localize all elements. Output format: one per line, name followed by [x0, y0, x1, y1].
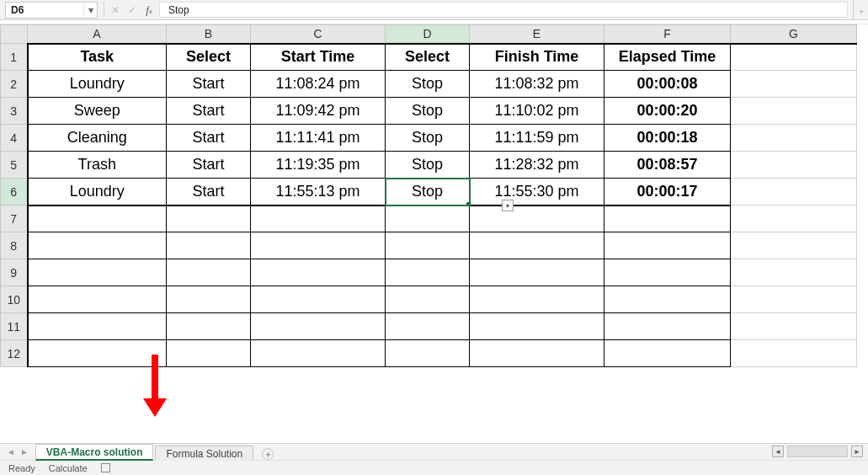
row-header[interactable]: 10: [1, 286, 28, 313]
col-header[interactable]: E: [470, 25, 604, 44]
sheet-tab-active[interactable]: VBA-Macro solution: [35, 444, 154, 461]
cell[interactable]: [470, 340, 604, 367]
cell[interactable]: [251, 232, 386, 259]
cell[interactable]: 00:00:20: [604, 98, 731, 125]
cell[interactable]: Trash: [28, 152, 167, 179]
cell[interactable]: [731, 125, 857, 152]
col-header[interactable]: G: [731, 25, 857, 44]
insert-function-button[interactable]: fx: [141, 0, 157, 19]
cell[interactable]: [731, 205, 857, 232]
cell[interactable]: [167, 259, 251, 286]
cell[interactable]: [28, 286, 167, 313]
macro-record-icon[interactable]: [101, 463, 110, 472]
cell[interactable]: [731, 152, 857, 179]
cell[interactable]: [386, 259, 470, 286]
row-header[interactable]: 7: [1, 205, 28, 232]
tab-prev-icon[interactable]: ◄: [7, 447, 15, 456]
cell[interactable]: [731, 71, 857, 98]
cell[interactable]: 11:11:41 pm: [251, 125, 386, 152]
cell[interactable]: Elapsed Time: [604, 44, 731, 71]
cell[interactable]: [470, 313, 604, 340]
col-header[interactable]: C: [251, 25, 386, 44]
cell[interactable]: [251, 259, 386, 286]
cell[interactable]: [386, 340, 470, 367]
cell[interactable]: 11:55:30 pm: [470, 179, 604, 205]
cell[interactable]: [731, 286, 857, 313]
cell[interactable]: Stop: [386, 152, 470, 179]
cell[interactable]: [28, 340, 167, 367]
cell[interactable]: [167, 286, 251, 313]
formula-input[interactable]: Stop: [159, 2, 848, 18]
cell[interactable]: [167, 205, 251, 232]
cell[interactable]: [604, 340, 731, 367]
cell[interactable]: [731, 98, 857, 125]
cell[interactable]: 00:00:17: [604, 179, 731, 205]
cell[interactable]: [251, 205, 386, 232]
cell[interactable]: [28, 259, 167, 286]
cell[interactable]: [604, 286, 731, 313]
scroll-right-icon[interactable]: ►: [851, 446, 863, 457]
cell[interactable]: Cleaning: [28, 125, 167, 152]
row-header[interactable]: 4: [1, 125, 28, 152]
cell[interactable]: 00:08:57: [604, 152, 731, 179]
cell[interactable]: Start: [167, 125, 251, 152]
col-header[interactable]: F: [604, 25, 731, 44]
cell[interactable]: [470, 286, 604, 313]
cell[interactable]: [251, 340, 386, 367]
row-header[interactable]: 5: [1, 152, 28, 179]
cell[interactable]: [604, 205, 731, 232]
cell[interactable]: 11:08:24 pm: [251, 71, 386, 98]
accept-formula-icon[interactable]: ✓: [124, 0, 141, 19]
cell[interactable]: Finish Time: [470, 44, 604, 71]
cell[interactable]: Start Time: [251, 44, 386, 71]
cell[interactable]: [731, 44, 857, 71]
row-header[interactable]: 6: [1, 179, 28, 205]
scrollbar-track[interactable]: [787, 446, 848, 457]
spreadsheet-grid[interactable]: A B C D E F G 1 Task Select Start Time S…: [0, 24, 868, 443]
cell[interactable]: [28, 205, 167, 232]
cell[interactable]: Select: [167, 44, 251, 71]
col-header[interactable]: A: [28, 25, 167, 44]
chevron-down-icon[interactable]: ▾: [83, 4, 97, 16]
cell[interactable]: [731, 313, 857, 340]
cell[interactable]: [604, 232, 731, 259]
cell[interactable]: 11:08:32 pm: [470, 71, 604, 98]
cell[interactable]: 11:55:13 pm: [251, 179, 386, 205]
cell[interactable]: [167, 232, 251, 259]
tab-nav[interactable]: ◄ ►: [0, 444, 35, 460]
cell[interactable]: Sweep: [28, 98, 167, 125]
cell[interactable]: [28, 313, 167, 340]
row-header[interactable]: 3: [1, 98, 28, 125]
cell[interactable]: Stop: [386, 125, 470, 152]
cell[interactable]: [167, 340, 251, 367]
horizontal-scrollbar[interactable]: ◄ ►: [772, 446, 863, 457]
cell[interactable]: [731, 340, 857, 367]
col-header[interactable]: D: [386, 25, 470, 44]
cell[interactable]: 11:28:32 pm: [470, 152, 604, 179]
cell[interactable]: Loundry: [28, 71, 167, 98]
cell[interactable]: [470, 232, 604, 259]
cell[interactable]: [604, 313, 731, 340]
row-header[interactable]: 9: [1, 259, 28, 286]
cell[interactable]: 11:10:02 pm: [470, 98, 604, 125]
tab-next-icon[interactable]: ►: [20, 447, 29, 456]
active-cell[interactable]: Stop: [386, 179, 470, 205]
cell[interactable]: 11:11:59 pm: [470, 125, 604, 152]
cell[interactable]: [731, 232, 857, 259]
row-header[interactable]: 1: [1, 44, 28, 71]
sheet-tab[interactable]: Formula Solution: [155, 446, 253, 461]
select-all-corner[interactable]: [1, 25, 28, 44]
cell[interactable]: Select: [386, 44, 470, 71]
cell[interactable]: [731, 259, 857, 286]
row-header[interactable]: 2: [1, 71, 28, 98]
cell[interactable]: Start: [167, 179, 251, 205]
cell[interactable]: [386, 313, 470, 340]
cell[interactable]: Start: [167, 71, 251, 98]
data-validation-dropdown-icon[interactable]: ▾: [502, 200, 514, 211]
cell[interactable]: Start: [167, 98, 251, 125]
row-header[interactable]: 11: [1, 313, 28, 340]
cell[interactable]: [604, 259, 731, 286]
col-header[interactable]: B: [167, 25, 251, 44]
scroll-left-icon[interactable]: ◄: [772, 446, 784, 457]
cell[interactable]: [731, 179, 857, 205]
